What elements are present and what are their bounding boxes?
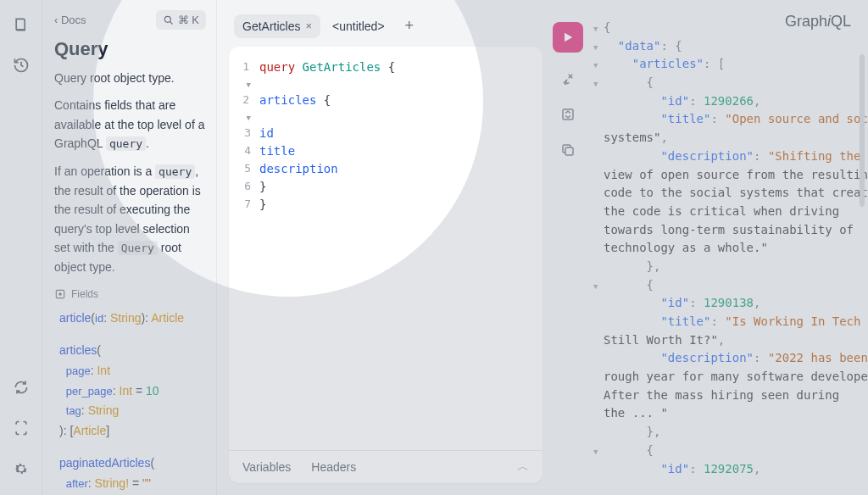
scrollbar[interactable] bbox=[860, 54, 865, 207]
docs-para: Contains fields that are available at th… bbox=[54, 96, 206, 153]
gear-icon[interactable] bbox=[12, 459, 31, 478]
editor-tools bbox=[549, 0, 587, 495]
tab-bar: GetArticles × <untitled> + bbox=[229, 12, 542, 47]
variables-bar: Variables Headers ︿ bbox=[229, 450, 542, 483]
field-entry[interactable]: paginatedArticles( after: String! = "" f… bbox=[59, 453, 206, 495]
editor-column: GetArticles × <untitled> + 1 ▼query GetA… bbox=[229, 12, 542, 483]
variables-tab[interactable]: Variables bbox=[242, 460, 291, 474]
tab-untitled[interactable]: <untitled> bbox=[324, 14, 393, 38]
docs-back-button[interactable]: ‹ Docs bbox=[54, 14, 86, 26]
prettify-icon[interactable] bbox=[559, 70, 577, 88]
brand-logo: GraphiQL bbox=[785, 10, 851, 34]
docs-para: If an operation is a query, the result o… bbox=[54, 162, 206, 276]
fields-header: Fields bbox=[54, 288, 206, 300]
docs-para: Query root object type. bbox=[54, 69, 206, 87]
book-icon[interactable] bbox=[12, 15, 31, 34]
close-icon[interactable]: × bbox=[305, 19, 312, 32]
copy-icon[interactable] bbox=[559, 141, 577, 159]
results-panel[interactable]: GraphiQL ▼{▼ "data": {▼ "articles": [▼ {… bbox=[587, 0, 868, 495]
execute-button[interactable] bbox=[553, 22, 583, 53]
refresh-icon[interactable] bbox=[12, 378, 31, 397]
svg-point-0 bbox=[164, 16, 170, 22]
docs-panel: ‹ Docs ⌘ K Query Query root object type.… bbox=[42, 0, 217, 495]
chevron-up-icon[interactable]: ︿ bbox=[517, 459, 529, 475]
search-shortcut: ⌘ K bbox=[178, 14, 199, 26]
svg-rect-4 bbox=[565, 147, 573, 155]
merge-icon[interactable] bbox=[559, 105, 577, 124]
headers-tab[interactable]: Headers bbox=[311, 460, 356, 474]
field-entry[interactable]: articles( page: Int per_page: Int = 10 t… bbox=[59, 341, 206, 442]
svg-point-2 bbox=[59, 293, 61, 295]
keyboard-icon[interactable] bbox=[12, 419, 31, 437]
tab-getarticles[interactable]: GetArticles × bbox=[234, 14, 320, 38]
history-icon[interactable] bbox=[12, 56, 31, 75]
icon-rail bbox=[0, 0, 42, 495]
query-editor[interactable]: 1 ▼query GetArticles {2 ▼ articles {3 id… bbox=[229, 47, 542, 450]
add-tab-button[interactable]: + bbox=[397, 12, 423, 40]
docs-title: Query bbox=[54, 38, 206, 60]
field-entry[interactable]: article(id: String): Article bbox=[59, 309, 206, 329]
search-button[interactable]: ⌘ K bbox=[156, 10, 206, 30]
